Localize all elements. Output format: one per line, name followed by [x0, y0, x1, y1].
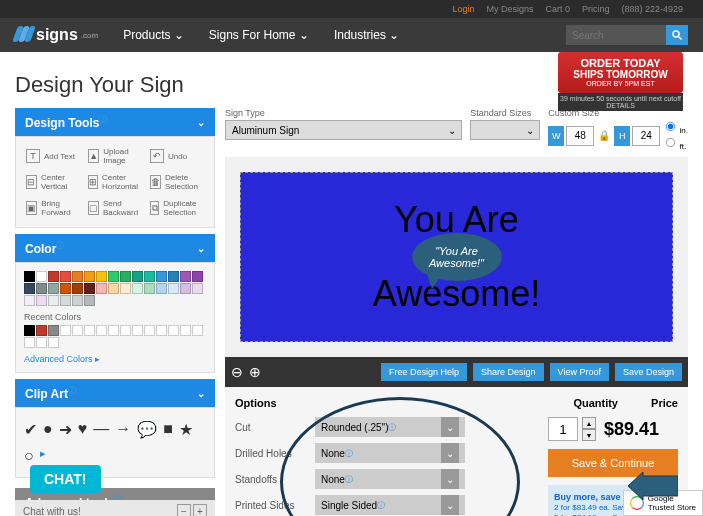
free-design-help-button[interactable]: Free Design Help	[381, 363, 467, 381]
recent-color-swatch[interactable]	[96, 325, 107, 336]
tool-add-text[interactable]: TAdd Text	[24, 145, 82, 167]
recent-color-swatch[interactable]	[144, 325, 155, 336]
clip-check[interactable]: ✔	[24, 420, 37, 439]
sign-speech-bubble[interactable]: "You Are Awesome!"	[412, 233, 502, 281]
nav-industries[interactable]: Industries ⌄	[334, 28, 399, 42]
zoom-in-button[interactable]: ⊕	[249, 364, 261, 380]
color-swatch[interactable]	[72, 271, 83, 282]
panel-clipart-header[interactable]: Clip Artⓘ⌄	[15, 379, 215, 407]
lock-icon[interactable]: 🔒	[598, 130, 610, 141]
view-proof-button[interactable]: View Proof	[550, 363, 609, 381]
color-swatch[interactable]	[132, 271, 143, 282]
save-continue-button[interactable]: Save & Continue	[548, 449, 678, 477]
clip-heart[interactable]: ♥	[78, 420, 88, 439]
height-input[interactable]	[632, 126, 660, 146]
pricing-link[interactable]: Pricing	[582, 4, 610, 14]
clip-speech[interactable]: 💬	[137, 420, 157, 439]
color-swatch[interactable]	[84, 295, 95, 306]
tool-delete[interactable]: 🗑Delete Selection	[148, 171, 206, 193]
recent-color-swatch[interactable]	[84, 325, 95, 336]
tool-center-vertical[interactable]: ⊟Center Vertical	[24, 171, 82, 193]
clip-star[interactable]: ★	[179, 420, 193, 439]
color-swatch[interactable]	[48, 283, 59, 294]
unit-feet[interactable]: ft.	[664, 136, 688, 151]
color-swatch[interactable]	[24, 283, 35, 294]
clip-circle-outline[interactable]: ○	[24, 447, 34, 465]
recent-color-swatch[interactable]	[36, 325, 47, 336]
color-swatch[interactable]	[24, 271, 35, 282]
color-swatch[interactable]	[108, 271, 119, 282]
color-swatch[interactable]	[48, 295, 59, 306]
color-swatch[interactable]	[192, 271, 203, 282]
color-swatch[interactable]	[60, 283, 71, 294]
share-design-button[interactable]: Share Design	[473, 363, 544, 381]
login-link[interactable]: Login	[452, 4, 474, 14]
save-design-button[interactable]: Save Design	[615, 363, 682, 381]
google-trusted-badge[interactable]: GoogleTrusted Store	[623, 490, 703, 516]
color-swatch[interactable]	[36, 283, 47, 294]
cut-select[interactable]: Rounded (.25")ⓘ	[315, 417, 465, 437]
clip-dash[interactable]: —	[93, 420, 109, 439]
qty-up-button[interactable]: ▲	[582, 417, 596, 429]
color-swatch[interactable]	[108, 283, 119, 294]
recent-color-swatch[interactable]	[48, 325, 59, 336]
color-swatch[interactable]	[180, 283, 191, 294]
sign-canvas[interactable]: You Are "You Are Awesome!" Awesome!	[240, 172, 673, 342]
color-swatch[interactable]	[180, 271, 191, 282]
logo[interactable]: signs.com	[15, 26, 98, 44]
clip-arrow-right[interactable]: ➜	[59, 420, 72, 439]
tool-center-horizontal[interactable]: ⊞Center Horizontal	[86, 171, 144, 193]
standard-sizes-select[interactable]	[470, 120, 540, 140]
tool-send-backward[interactable]: ▢Send Backward	[86, 197, 144, 219]
color-swatch[interactable]	[120, 283, 131, 294]
recent-color-swatch[interactable]	[132, 325, 143, 336]
clip-arrow[interactable]: →	[115, 420, 131, 439]
clip-circle[interactable]: ●	[43, 420, 53, 439]
recent-color-swatch[interactable]	[24, 325, 35, 336]
chat-minimize[interactable]: −	[177, 504, 191, 516]
color-swatch[interactable]	[144, 283, 155, 294]
color-swatch[interactable]	[48, 271, 59, 282]
panel-color-header[interactable]: Colorⓘ⌄	[15, 234, 215, 262]
recent-color-swatch[interactable]	[60, 325, 71, 336]
color-swatch[interactable]	[144, 271, 155, 282]
color-swatch[interactable]	[168, 283, 179, 294]
width-input[interactable]	[566, 126, 594, 146]
panel-design-tools-header[interactable]: Design Toolsⓘ⌄	[15, 108, 215, 136]
recent-color-swatch[interactable]	[48, 337, 59, 348]
color-swatch[interactable]	[156, 283, 167, 294]
my-designs-link[interactable]: My Designs	[486, 4, 533, 14]
color-swatch[interactable]	[36, 295, 47, 306]
promo-banner[interactable]: ORDER TODAY SHIPS TOMORROW ORDER BY 5PM …	[558, 52, 683, 111]
chat-tab[interactable]: CHAT!	[30, 465, 101, 493]
recent-color-swatch[interactable]	[120, 325, 131, 336]
clip-more[interactable]: ▸	[40, 447, 46, 465]
tool-undo[interactable]: ↶Undo	[148, 145, 206, 167]
drilled-holes-select[interactable]: Noneⓘ	[315, 443, 465, 463]
sign-type-select[interactable]: Aluminum Sign	[225, 120, 462, 140]
chat-expand[interactable]: +	[193, 504, 207, 516]
recent-color-swatch[interactable]	[192, 325, 203, 336]
color-swatch[interactable]	[120, 271, 131, 282]
color-swatch[interactable]	[192, 283, 203, 294]
recent-color-swatch[interactable]	[156, 325, 167, 336]
printed-sides-select[interactable]: Single Sidedⓘ	[315, 495, 465, 515]
color-swatch[interactable]	[168, 271, 179, 282]
color-swatch[interactable]	[156, 271, 167, 282]
color-swatch[interactable]	[96, 283, 107, 294]
recent-color-swatch[interactable]	[108, 325, 119, 336]
recent-color-swatch[interactable]	[24, 337, 35, 348]
recent-color-swatch[interactable]	[72, 325, 83, 336]
qty-down-button[interactable]: ▼	[582, 429, 596, 441]
cart-link[interactable]: Cart 0	[545, 4, 570, 14]
standoffs-select[interactable]: Noneⓘ	[315, 469, 465, 489]
clip-square[interactable]: ■	[163, 420, 173, 439]
advanced-colors-link[interactable]: Advanced Colors ▸	[24, 354, 206, 364]
recent-color-swatch[interactable]	[180, 325, 191, 336]
search-button[interactable]	[666, 25, 688, 45]
color-swatch[interactable]	[72, 295, 83, 306]
tool-bring-forward[interactable]: ▣Bring Forward	[24, 197, 82, 219]
search-input[interactable]	[566, 25, 666, 45]
recent-color-swatch[interactable]	[168, 325, 179, 336]
nav-signs-for-home[interactable]: Signs For Home ⌄	[209, 28, 309, 42]
